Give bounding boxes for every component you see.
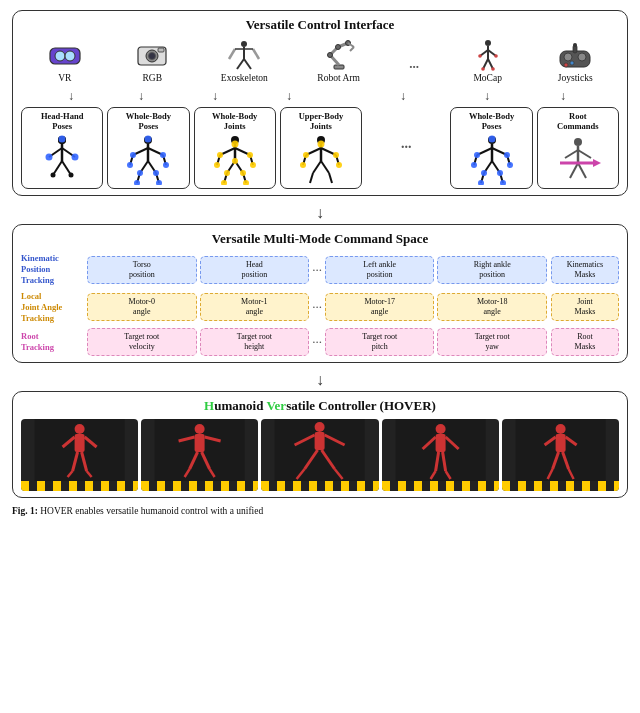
device-robot-arm-label: Robot Arm [317,73,360,83]
cmd-row-kinematic: KinematicPositionTracking Torsoposition … [21,253,619,286]
svg-point-56 [46,154,53,161]
svg-line-138 [578,163,586,178]
svg-point-127 [471,162,477,168]
svg-point-125 [474,152,480,158]
svg-point-128 [507,162,513,168]
joint-cell-motor18: Motor-18angle [437,293,547,322]
joint-dots: ··· [312,299,322,315]
device-exoskeleton: Exoskeleton [221,39,268,83]
hover-Ver: Ver [266,398,286,413]
hover-title: Humanoid Versatile Controller (HOVER) [21,398,619,414]
hover-bold: HOVER [384,398,432,413]
svg-point-19 [327,53,332,58]
joint-cell-motor0: Motor-0angle [87,293,197,322]
device-exoskeleton-label: Exoskeleton [221,73,268,83]
floor-stripe-2 [141,481,258,491]
joint-mask-cell: JointMasks [551,293,619,322]
svg-point-37 [564,63,568,67]
cmd-row-joint: LocalJoint AngleTracking Motor-0angle Mo… [21,291,619,324]
hover-satile: satile Controller ( [286,398,384,413]
robot-arm-icon [320,39,358,71]
svg-rect-152 [195,434,205,452]
pose-card-upper-body-joints-label: Upper-BodyJoints [299,111,344,131]
svg-text:↓: ↓ [400,89,406,103]
svg-point-178 [555,424,565,434]
kinematic-cell-left-ankle: Left ankleposition [325,256,435,285]
section1-title: Versatile Control Interface [21,17,619,33]
pose-card-whole-body-joints-label: Whole-BodyJoints [212,111,257,131]
floor-stripe-1 [21,481,138,491]
kinematics-mask-col: KinematicsMasks [551,256,619,285]
svg-point-131 [478,180,484,185]
device-rgb: RGB [133,39,171,83]
svg-point-133 [574,138,582,146]
device-joysticks-label: Joysticks [558,73,593,83]
kinematic-label-line1: KinematicPositionTracking [21,253,59,285]
svg-point-33 [491,67,495,71]
kinematic-cell-right-ankle: Right ankleposition [437,256,547,285]
hover-close-paren: ) [432,398,436,413]
svg-point-2 [65,51,75,61]
down-arrow-icon: ↓ [316,204,324,222]
svg-point-160 [315,422,325,432]
cmd-row-root: RootTracking Target rootvelocity Target … [21,328,619,357]
kinematic-cell-head: Headposition [200,256,310,285]
device-joysticks: Joysticks [556,39,594,83]
svg-point-57 [72,154,79,161]
svg-point-91 [247,152,253,158]
svg-point-31 [494,54,498,58]
joint-mask-col: JointMasks [551,293,619,322]
pose-card-whole-body-joints-figure [212,133,258,185]
mocap-icon [469,39,507,71]
svg-point-35 [564,53,572,61]
svg-line-137 [570,163,578,178]
root-mask-cell: RootMasks [551,328,619,357]
svg-point-71 [130,152,136,158]
svg-point-72 [160,152,166,158]
root-cells: Target rootvelocity Target rootheight ··… [87,328,547,357]
devices-to-poses-arrows: ↓ ↓ ↓ ↓ ↓ ↓ ↓ [21,89,619,103]
svg-point-126 [504,152,510,158]
svg-text:↓: ↓ [138,89,144,103]
joystick-icon [556,39,594,71]
svg-text:↓: ↓ [286,89,292,103]
svg-point-32 [481,67,485,71]
pose-cards-row: Head-HandPoses [21,107,619,189]
floor-stripe-4 [382,481,499,491]
caption-bold: Fig. 1: [12,506,38,516]
caption: Fig. 1: HOVER enables versatile humanoid… [12,504,628,518]
svg-point-24 [485,40,491,46]
hover-umanoid: umanoid [214,398,266,413]
svg-point-130 [497,170,503,176]
kinematic-cells: Torsoposition Headposition ··· Left ankl… [87,256,547,285]
svg-point-142 [75,424,85,434]
section2-to-section3-arrow: ↓ [12,371,628,389]
svg-text:↓: ↓ [560,89,566,103]
svg-point-94 [232,158,238,164]
svg-line-136 [578,150,591,158]
svg-point-93 [250,162,256,168]
hover-photo-5 [502,419,619,491]
device-mocap-label: MoCap [473,73,502,83]
hover-photo-4 [382,419,499,491]
root-dots: ··· [312,334,322,350]
svg-rect-161 [315,432,325,450]
cmd-row-kinematic-label: KinematicPositionTracking [21,253,83,286]
joint-label: LocalJoint AngleTracking [21,291,62,323]
hover-photo-1 [21,419,138,491]
joint-cell-motor1: Motor-1angle [200,293,310,322]
svg-line-10 [244,59,251,69]
svg-line-105 [313,161,321,173]
svg-line-108 [329,173,332,183]
svg-point-40 [573,43,577,47]
svg-point-111 [333,152,339,158]
svg-point-113 [336,162,342,168]
svg-point-74 [163,162,169,168]
device-mocap: MoCap [469,39,507,83]
svg-line-106 [310,173,313,183]
root-label: RootTracking [21,331,54,352]
svg-point-96 [240,170,246,176]
joint-cells: Motor-0angle Motor-1angle ··· Motor-17an… [87,293,547,322]
vr-icon [46,39,84,71]
svg-rect-15 [334,65,344,69]
